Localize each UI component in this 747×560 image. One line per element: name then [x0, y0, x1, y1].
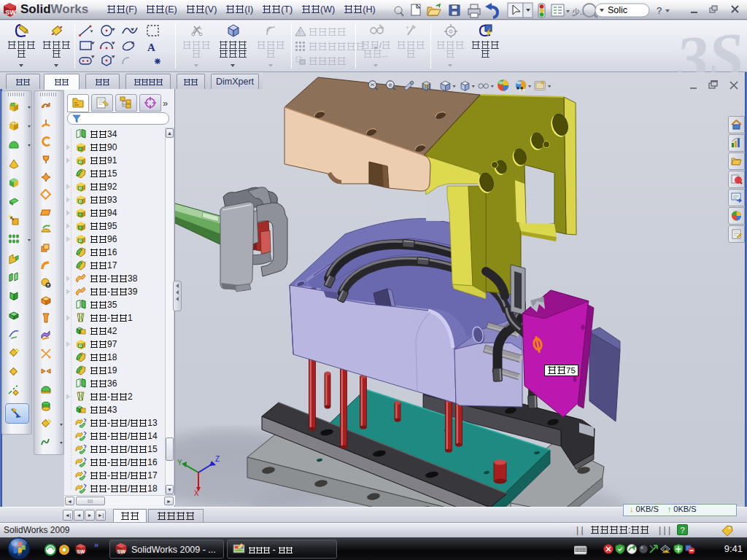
- svg-text:⊕: ⊕: [388, 82, 392, 88]
- svg-text:!: !: [665, 550, 665, 553]
- svg-text:A: A: [147, 42, 155, 53]
- svg-text:SW: SW: [77, 549, 85, 554]
- svg-text:+: +: [406, 24, 409, 31]
- svg-text:Z: Z: [215, 455, 220, 463]
- svg-text:?: ?: [657, 5, 662, 16]
- svg-text:SW: SW: [5, 9, 16, 16]
- svg-text:SW: SW: [117, 548, 125, 555]
- svg-text:Solic: Solic: [608, 5, 627, 15]
- svg-text:Y: Y: [177, 459, 182, 467]
- svg-text:!: !: [299, 28, 301, 36]
- svg-text:X: X: [194, 489, 199, 497]
